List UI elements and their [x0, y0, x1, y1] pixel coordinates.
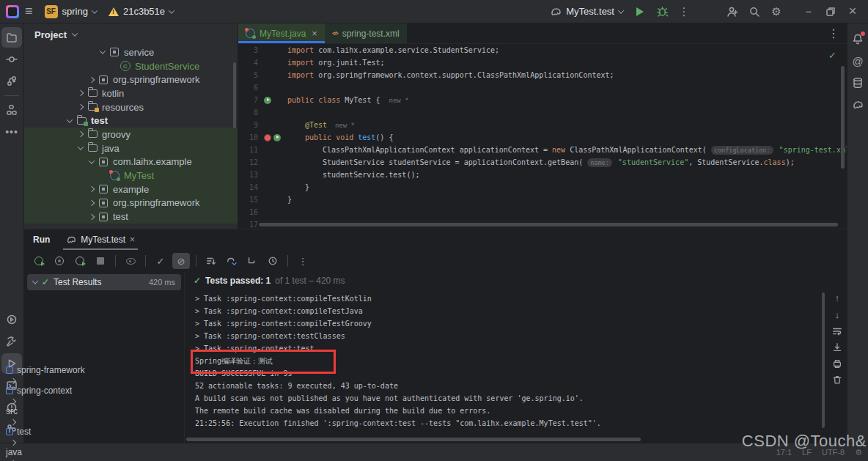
run-test-icon[interactable] [264, 97, 271, 104]
show-ignored-button[interactable]: ⊘ [172, 253, 190, 269]
editor-vertical-scrollbar[interactable] [841, 66, 845, 169]
navigate-to-test-button[interactable] [243, 253, 261, 269]
code-segment: public void [305, 133, 358, 141]
breadcrumb-item-test[interactable]: test [6, 427, 85, 437]
build-tool-button[interactable] [1, 331, 22, 352]
console-toolbar: ↑ ↓ [828, 292, 847, 385]
more-options-button[interactable]: ⋮ [673, 0, 695, 23]
console-line: > Task :spring-context:testClasses [195, 330, 828, 342]
tree-item-service[interactable]: service [24, 45, 238, 59]
tree-item-test[interactable]: test [24, 210, 238, 224]
code-with-me-button[interactable] [721, 0, 743, 23]
editor-more-button[interactable]: ⋮ [820, 23, 847, 43]
code-editor[interactable]: 3import com.laihx.example.service.Studen… [238, 44, 847, 229]
run-with-coverage-button[interactable] [71, 253, 89, 269]
notifications-button[interactable] [847, 29, 868, 49]
show-options-button[interactable] [122, 253, 139, 269]
line-number: 14 [238, 181, 258, 193]
debug-button[interactable] [651, 0, 673, 23]
console-line: 52 actionable tasks: 9 executed, 43 up-t… [195, 380, 828, 392]
tab-mytest-java[interactable]: MyTest.java × [238, 23, 325, 43]
stop-button[interactable] [92, 253, 109, 269]
rerun-button[interactable] [30, 253, 48, 269]
project-widget[interactable]: SF spring [39, 0, 103, 23]
next-occurrence-button[interactable]: ↓ [835, 309, 840, 320]
vcs-widget[interactable]: 21c3b51e [103, 0, 180, 23]
minimize-button[interactable]: − [798, 0, 820, 23]
breadcrumb-item-spring-context[interactable]: spring-context [6, 386, 85, 396]
console-vertical-scrollbar[interactable] [822, 292, 825, 428]
code-segment: MyTest { [345, 96, 389, 104]
sort-by-duration-button[interactable] [202, 253, 220, 269]
prev-occurrence-button[interactable]: ↑ [835, 292, 840, 303]
print-button[interactable] [832, 358, 842, 369]
breadcrumb-item-java[interactable]: java [6, 447, 85, 457]
commit-tool-button[interactable] [1, 49, 22, 70]
breadcrumb-item-spring-framework[interactable]: spring-framework [6, 365, 85, 375]
close-tab-icon[interactable]: × [312, 28, 317, 39]
structure-tool-button[interactable] [1, 100, 22, 120]
tree-item-test[interactable]: test [24, 114, 238, 128]
tree-item-resources[interactable]: resources [24, 100, 238, 114]
close-button[interactable]: × [842, 0, 864, 23]
import-tests-button[interactable] [223, 253, 240, 269]
tests-passed-text: Tests passed: 1 [205, 276, 271, 286]
tab-spring-test-xml[interactable]: <∕> spring-test.xml [325, 23, 407, 43]
vcs-tool-button[interactable] [1, 71, 22, 92]
code-line-15: 15} [238, 193, 847, 206]
tree-item-java[interactable]: java [24, 141, 238, 155]
scroll-to-end-button[interactable] [832, 342, 842, 353]
chevron-right-icon [77, 90, 83, 96]
project-panel-header[interactable]: Project [24, 23, 238, 45]
commit-icon [6, 54, 18, 65]
run-configuration-selector[interactable]: MyTest.test [544, 0, 629, 23]
console-output[interactable]: > Task :spring-context:compileTestKotlin… [185, 291, 828, 435]
spring-coil-icon: @ [852, 55, 863, 67]
project-panel: Project serviceCStudentServiceorg.spring… [24, 23, 238, 229]
tree-item-studentservice[interactable]: CStudentService [24, 59, 238, 73]
tree-item-com-laihx-example[interactable]: com.laihx.example [24, 155, 238, 169]
soft-wrap-button[interactable] [832, 326, 842, 336]
breadcrumb-item-src[interactable]: src [6, 406, 85, 416]
project-tool-button[interactable] [1, 27, 22, 48]
show-passed-button[interactable]: ✓ [152, 253, 169, 269]
tree-item-org-springframework[interactable]: org.springframework [24, 196, 238, 210]
junit-test-icon[interactable] [264, 134, 271, 141]
restore-button[interactable] [820, 0, 842, 23]
main-menu-button[interactable]: ≡ [19, 0, 39, 23]
settings-button[interactable]: ⚙ [765, 0, 787, 23]
code-text [287, 81, 847, 94]
rerun-failed-tests-button[interactable] [51, 253, 68, 269]
folder-icon [88, 144, 98, 152]
tree-item-kotlin[interactable]: kotlin [24, 86, 238, 100]
line-number: 3 [238, 44, 258, 56]
editor-horizontal-scrollbar[interactable] [259, 223, 838, 226]
run-button[interactable] [629, 0, 651, 23]
search-everywhere-button[interactable] [743, 0, 765, 23]
tree-item-mytest[interactable]: MyTest [24, 169, 238, 182]
notification-badge [861, 32, 865, 36]
run-more-button[interactable]: ⋮ [294, 253, 312, 269]
run-test-icon[interactable] [273, 134, 281, 141]
more-tools-button[interactable]: ••• [1, 122, 22, 142]
folder-icon [6, 32, 18, 43]
services-tool-button[interactable] [1, 309, 22, 330]
clear-console-button[interactable] [832, 375, 842, 385]
gradle-tool-button[interactable] [847, 95, 868, 115]
tree-item-groovy[interactable]: groovy [24, 128, 238, 141]
tree-item-example[interactable]: example [24, 182, 238, 196]
database-tool-button[interactable] [847, 73, 868, 93]
close-tab-icon[interactable]: × [130, 235, 135, 245]
spring-tool-button[interactable]: @ [847, 51, 868, 71]
tree-item-org-springframework[interactable]: org.springframework [24, 73, 238, 86]
inspections-passed-icon[interactable]: ✓ [828, 50, 836, 61]
console-horizontal-scrollbar[interactable] [186, 438, 641, 441]
run-tab-mytest-test[interactable]: MyTest.test × [59, 229, 142, 250]
test-results-row[interactable]: ✓ Test Results 420 ms [27, 274, 181, 290]
test-history-button[interactable] [264, 253, 282, 269]
project-tree-scrollbar[interactable] [233, 62, 236, 128]
chevron-down-icon [72, 30, 78, 36]
rerun-icon [34, 257, 43, 265]
class-icon: C [120, 61, 130, 71]
code-text [287, 206, 847, 218]
